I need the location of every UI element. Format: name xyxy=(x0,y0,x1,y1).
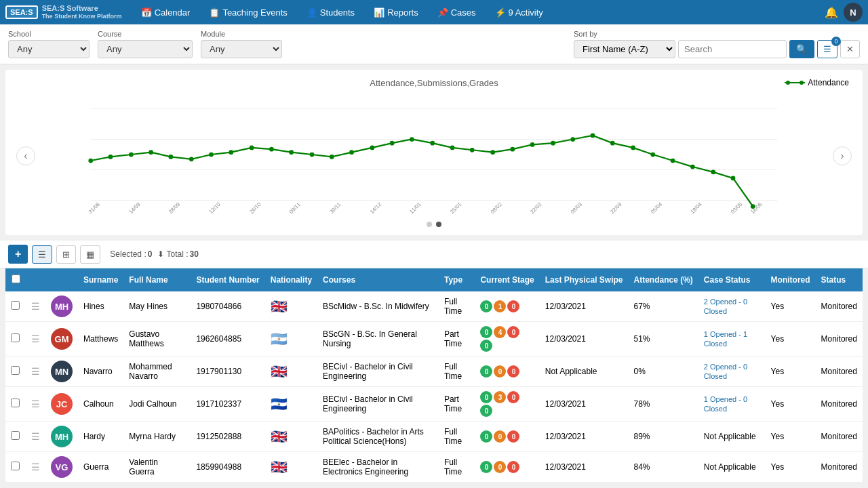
stage-badge: 0 xyxy=(480,405,492,417)
cell-stage-1: 0400 xyxy=(475,322,539,357)
add-button[interactable]: + xyxy=(8,245,28,264)
row-menu-icon-3[interactable]: ☰ xyxy=(31,399,40,409)
row-checkbox-0[interactable] xyxy=(11,301,20,310)
svg-point-31 xyxy=(570,137,575,142)
table-row: ☰MHHardyMyrna Hardy1912502888🇬🇧BAPolitic… xyxy=(5,422,863,452)
table-row: ☰MHHinesMay Hines1980704866🇬🇧BScMidw - B… xyxy=(5,291,863,322)
list-view-button[interactable]: ☰ xyxy=(32,245,52,264)
stage-badge: 1 xyxy=(494,300,506,312)
col-menu xyxy=(26,268,45,291)
cell-monitored-1: Yes xyxy=(766,322,816,357)
col-attendance: Attendance (%) xyxy=(629,268,698,291)
stage-badge: 0 xyxy=(507,365,519,378)
chart-dot-2[interactable] xyxy=(436,222,441,227)
cell-monitored-5: Yes xyxy=(766,452,816,483)
cell-last-swipe-5: 12/03/2021 xyxy=(540,452,629,483)
cell-case-status-0: 2 Opened - 0 Closed xyxy=(698,291,766,322)
cell-student-number-3: 1917102337 xyxy=(191,387,264,422)
nav-reports[interactable]: 📊 Reports xyxy=(366,3,427,22)
stage-badge: 0 xyxy=(507,300,519,312)
svg-point-12 xyxy=(189,157,194,161)
sort-select[interactable]: First Name (A-Z) xyxy=(574,40,675,58)
cell-surname-0: Hines xyxy=(78,291,123,322)
cell-stage-5: 000 xyxy=(475,452,539,483)
case-status-link-2[interactable]: 2 Opened - 0 Closed xyxy=(704,363,747,380)
top-navigation: SEA:S SEA:S Software The Student Know Pl… xyxy=(0,0,868,24)
search-icon: 🔍 xyxy=(796,44,808,54)
nav-students[interactable]: 👤 Students xyxy=(298,3,363,22)
cell-surname-5: Guerra xyxy=(78,452,123,483)
cell-nationality-5: 🇬🇧 xyxy=(265,452,317,483)
stage-badge: 0 xyxy=(494,365,506,378)
chart-dot-1[interactable] xyxy=(427,222,432,227)
attendance-chart: 31/08 14/09 28/09 12/10 26/10 09/11 30/1… xyxy=(34,94,834,216)
cell-monitored-2: Yes xyxy=(766,357,816,387)
nav-right: 🔔 N xyxy=(825,3,863,22)
row-menu-icon-0[interactable]: ☰ xyxy=(31,301,40,312)
table-row: ☰GMMatthewsGustavo Matthews1962604885🇦🇷B… xyxy=(5,322,863,357)
col-courses: Courses xyxy=(317,268,439,291)
notification-bell[interactable]: 🔔 xyxy=(825,6,838,19)
filter-icon: ☰ xyxy=(823,44,831,54)
row-checkbox-2[interactable] xyxy=(11,366,20,375)
nav-cases[interactable]: 📌 Cases xyxy=(429,3,484,22)
row-menu-icon-2[interactable]: ☰ xyxy=(31,366,40,377)
stage-badge: 0 xyxy=(480,300,492,312)
clear-filter-button[interactable]: ✕ xyxy=(840,40,860,58)
row-checkbox-1[interactable] xyxy=(11,333,20,342)
grid-view-button[interactable]: ⊞ xyxy=(56,245,76,264)
bell-icon: 🔔 xyxy=(825,7,838,18)
nav-activity[interactable]: ⚡ 9 Activity xyxy=(487,3,551,22)
row-checkbox-4[interactable] xyxy=(11,431,20,440)
course-select[interactable]: Any xyxy=(98,40,193,58)
school-select[interactable]: Any xyxy=(8,40,90,58)
select-all-checkbox[interactable] xyxy=(12,274,20,283)
user-avatar[interactable]: N xyxy=(844,3,863,22)
chart-wrapper: ‹ xyxy=(14,94,854,218)
cell-courses-1: BScGN - B.Sc. In General Nursing xyxy=(317,322,439,357)
cell-attendance-4: 89% xyxy=(629,422,698,452)
case-status-link-0[interactable]: 2 Opened - 0 Closed xyxy=(704,298,747,315)
case-status-link-3[interactable]: 1 Opened - 0 Closed xyxy=(704,395,747,413)
svg-point-30 xyxy=(551,141,555,146)
cell-nationality-3: 🇸🇻 xyxy=(265,387,317,422)
search-button[interactable]: 🔍 xyxy=(789,40,814,58)
svg-text:22/02: 22/02 xyxy=(529,201,542,215)
cell-attendance-1: 51% xyxy=(629,322,698,357)
search-input[interactable] xyxy=(678,40,787,58)
row-menu-icon-4[interactable]: ☰ xyxy=(31,431,40,442)
case-status-link-1[interactable]: 1 Opened - 1 Closed xyxy=(704,330,747,348)
row-menu-icon-1[interactable]: ☰ xyxy=(31,333,40,344)
row-checkbox-3[interactable] xyxy=(11,399,20,407)
col-current-stage: Current Stage xyxy=(475,268,539,291)
row-menu-icon-5[interactable]: ☰ xyxy=(31,462,40,472)
svg-point-20 xyxy=(349,150,354,155)
grid-icon: ⊞ xyxy=(62,249,70,260)
filter-button[interactable]: ☰ 0 xyxy=(817,40,837,58)
svg-text:11/01: 11/01 xyxy=(408,201,422,215)
nav-calendar[interactable]: 📅 Calendar xyxy=(133,3,199,22)
stage-badge: 0 xyxy=(494,430,506,443)
chart-view-button[interactable]: ▦ xyxy=(80,245,100,264)
cell-courses-4: BAPolitics - Bachelor in Arts Political … xyxy=(317,422,439,452)
legend-attendance-label: Attendance xyxy=(808,78,849,87)
svg-text:05/04: 05/04 xyxy=(650,201,664,215)
student-avatar-4: MH xyxy=(51,426,73,447)
reports-icon: 📊 xyxy=(374,7,384,18)
svg-text:25/01: 25/01 xyxy=(449,201,462,215)
chart-prev-button[interactable]: ‹ xyxy=(16,146,35,165)
cell-fullname-2: Mohammed Navarro xyxy=(123,357,191,387)
module-label: Module xyxy=(201,30,282,38)
stage-badge: 0 xyxy=(507,326,519,338)
chart-next-button[interactable]: › xyxy=(833,146,852,165)
svg-point-17 xyxy=(289,150,294,155)
svg-text:09/11: 09/11 xyxy=(288,201,302,215)
svg-point-23 xyxy=(410,137,414,142)
module-select[interactable]: Any xyxy=(201,40,282,58)
cell-last-swipe-1: 12/03/2021 xyxy=(540,322,629,357)
stage-badge: 0 xyxy=(494,461,506,473)
row-checkbox-5[interactable] xyxy=(11,462,20,470)
cell-surname-4: Hardy xyxy=(78,422,123,452)
table-header: Surname Full Name Student Number Nationa… xyxy=(5,268,863,291)
nav-teaching-events[interactable]: 📋 Teaching Events xyxy=(201,3,295,22)
